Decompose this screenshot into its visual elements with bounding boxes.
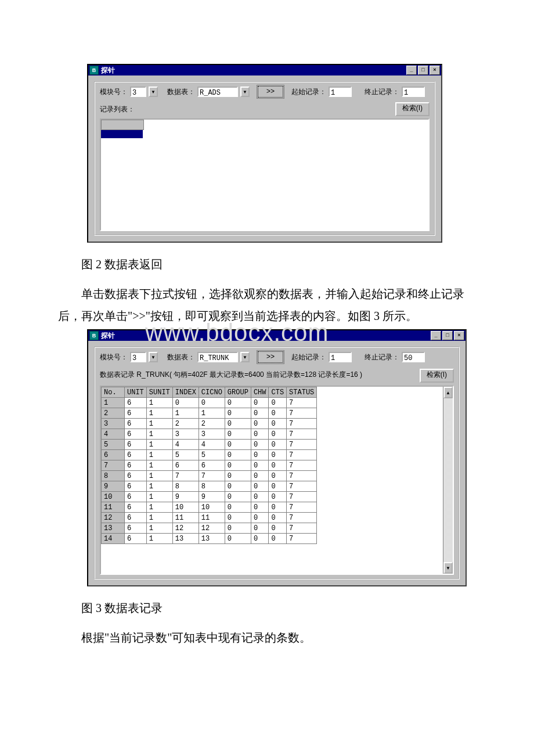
cell-cicno: 8 xyxy=(199,481,225,492)
close-icon[interactable]: × xyxy=(430,66,440,75)
cell-chw: 0 xyxy=(251,534,269,544)
col-group: GROUP xyxy=(225,387,251,398)
close-icon[interactable]: × xyxy=(454,331,464,340)
cell-index: 0 xyxy=(172,398,199,408)
scroll-down-icon[interactable]: ▼ xyxy=(443,562,453,574)
table-row[interactable]: 961880007 xyxy=(102,481,317,492)
cell-no: 5 xyxy=(102,440,125,450)
table-dropdown-icon[interactable] xyxy=(240,352,250,362)
cell-group: 0 xyxy=(225,471,251,481)
vertical-scrollbar[interactable]: ▲ ▼ xyxy=(443,387,453,574)
cell-sunit: 1 xyxy=(146,481,172,492)
table-row[interactable]: 126111110007 xyxy=(102,513,317,523)
module-label: 模块号： xyxy=(100,352,128,362)
col-cts: CTS xyxy=(269,387,287,398)
table-row[interactable]: 661550007 xyxy=(102,450,317,460)
search-button[interactable]: 检索(I) xyxy=(395,102,430,116)
module-dropdown-icon[interactable] xyxy=(149,352,158,362)
record-listbox[interactable] xyxy=(100,118,430,231)
start-input[interactable]: 1 xyxy=(329,87,352,97)
cell-unit: 6 xyxy=(125,523,147,534)
cell-group: 0 xyxy=(225,398,251,408)
cell-sunit: 1 xyxy=(146,492,172,502)
go-button[interactable]: >> xyxy=(258,351,283,363)
table-row[interactable]: 561440007 xyxy=(102,440,317,450)
search-button[interactable]: 检索(I) xyxy=(420,369,454,383)
table-dropdown-icon[interactable] xyxy=(240,87,250,97)
start-input[interactable]: 1 xyxy=(329,352,352,362)
cell-no: 13 xyxy=(102,523,125,534)
figure2-caption: 图 2 数据表返回 xyxy=(58,257,476,272)
minimize-icon[interactable]: _ xyxy=(431,331,441,340)
cell-cts: 0 xyxy=(269,419,287,429)
cell-index: 8 xyxy=(172,481,199,492)
cell-index: 1 xyxy=(172,408,199,419)
cell-group: 0 xyxy=(225,502,251,513)
table-row[interactable]: 461330007 xyxy=(102,429,317,440)
cell-group: 0 xyxy=(225,440,251,450)
table-row[interactable]: 261110007 xyxy=(102,408,317,419)
cell-no: 14 xyxy=(102,534,125,544)
cell-cicno: 0 xyxy=(199,398,225,408)
cell-group: 0 xyxy=(225,450,251,460)
col-cicno: CICNO xyxy=(199,387,225,398)
table-row[interactable]: 116110100007 xyxy=(102,502,317,513)
table-input[interactable]: R_ADS xyxy=(197,87,238,97)
col-no: No. xyxy=(102,387,125,398)
minimize-icon[interactable]: _ xyxy=(406,66,417,75)
cell-sunit: 1 xyxy=(146,523,172,534)
cell-cicno: 5 xyxy=(199,450,225,460)
cell-sunit: 1 xyxy=(146,471,172,481)
module-input[interactable]: 3 xyxy=(130,352,146,362)
scroll-up-icon[interactable]: ▲ xyxy=(443,387,453,398)
cell-sunit: 1 xyxy=(146,419,172,429)
cell-cts: 0 xyxy=(269,429,287,440)
table-row[interactable]: 161000007 xyxy=(102,398,317,408)
cell-no: 8 xyxy=(102,471,125,481)
maximize-icon[interactable]: □ xyxy=(442,331,453,340)
figure3-caption: 图 3 数据表记录 xyxy=(58,600,476,616)
cell-index: 12 xyxy=(172,523,199,534)
col-unit: UNIT xyxy=(125,387,147,398)
cell-cts: 0 xyxy=(269,398,287,408)
cell-no: 12 xyxy=(102,513,125,523)
table-row[interactable]: 1061990007 xyxy=(102,492,317,502)
end-input[interactable]: 1 xyxy=(402,87,425,97)
cell-unit: 6 xyxy=(125,492,147,502)
cell-status: 7 xyxy=(287,502,317,513)
start-label: 起始记录： xyxy=(291,87,326,97)
table-row[interactable]: 361220007 xyxy=(102,419,317,429)
module-dropdown-icon[interactable] xyxy=(149,87,158,97)
cell-cicno: 3 xyxy=(199,429,225,440)
go-button[interactable]: >> xyxy=(258,86,283,98)
table-row[interactable]: 761660007 xyxy=(102,460,317,471)
cell-cicno: 13 xyxy=(199,534,225,544)
cell-cts: 0 xyxy=(269,534,287,544)
cell-index: 6 xyxy=(172,460,199,471)
start-label: 起始记录： xyxy=(291,352,326,362)
table-row[interactable]: 146113130007 xyxy=(102,534,317,544)
cell-chw: 0 xyxy=(251,408,269,419)
table-input[interactable]: R_TRUNK xyxy=(197,352,238,362)
table-row[interactable]: 136112120007 xyxy=(102,523,317,534)
cell-cts: 0 xyxy=(269,481,287,492)
cell-no: 3 xyxy=(102,419,125,429)
cell-index: 13 xyxy=(172,534,199,544)
scroll-track[interactable] xyxy=(443,398,453,562)
maximize-icon[interactable]: □ xyxy=(418,66,428,75)
cell-cicno: 4 xyxy=(199,440,225,450)
table-row[interactable]: 861770007 xyxy=(102,471,317,481)
cell-chw: 0 xyxy=(251,502,269,513)
end-input[interactable]: 50 xyxy=(402,352,425,362)
cell-unit: 6 xyxy=(125,440,147,450)
col-status: STATUS xyxy=(287,387,317,398)
module-input[interactable]: 3 xyxy=(130,87,146,97)
cell-unit: 6 xyxy=(125,513,147,523)
list-selected-row xyxy=(101,130,143,138)
window-title: 探针 xyxy=(101,331,431,341)
cell-chw: 0 xyxy=(251,460,269,471)
window-probe-1: B 探针 _ □ × 模块号： 3 数据表： R_ADS >> 起始记录： xyxy=(87,64,442,243)
cell-group: 0 xyxy=(225,481,251,492)
app-icon: B xyxy=(89,66,99,75)
paragraph-1: 单击数据表下拉式按钮，选择欲观察的数据表，并输入起始记录和终止记录后，再次单击"… xyxy=(58,283,476,327)
